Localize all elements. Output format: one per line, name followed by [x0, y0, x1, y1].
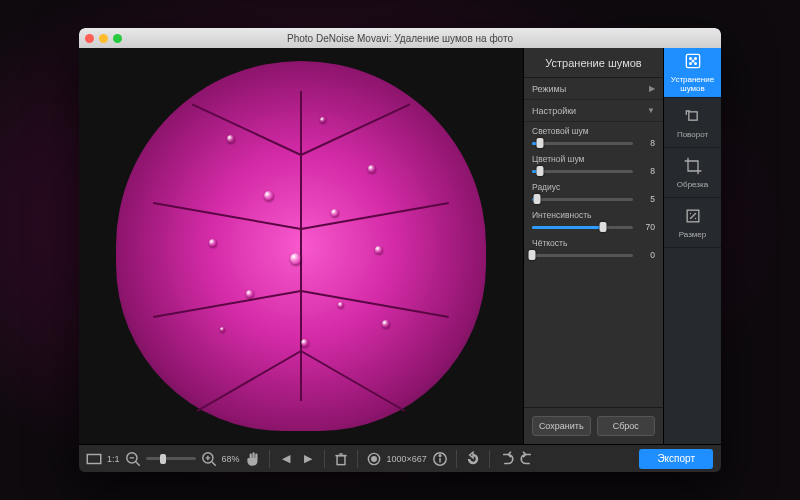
window-title: Photo DeNoise Movavi: Удаление шумов на … — [79, 33, 721, 44]
svg-point-23 — [439, 454, 441, 456]
app-window: Photo DeNoise Movavi: Удаление шумов на … — [79, 28, 721, 472]
tool-tabs: Устранение шумовПоворотОбрезкаРазмер — [663, 48, 721, 444]
sliders-container: Световой шум8Цветной шум8Радиус5Интенсив… — [524, 122, 663, 407]
slider-label: Интенсивность — [532, 210, 655, 220]
zoom-percent: 68% — [222, 454, 240, 464]
revert-icon[interactable] — [464, 450, 482, 468]
svg-line-10 — [135, 461, 139, 465]
crop-icon — [683, 156, 703, 178]
info-icon[interactable] — [431, 450, 449, 468]
svg-point-5 — [692, 60, 694, 62]
slider-label: Радиус — [532, 182, 655, 192]
denoise-icon — [683, 51, 703, 73]
settings-label: Настройки — [532, 106, 576, 116]
zoom-out-icon[interactable] — [124, 450, 142, 468]
tab-rotate[interactable]: Поворот — [664, 98, 721, 148]
titlebar: Photo DeNoise Movavi: Удаление шумов на … — [79, 28, 721, 48]
tab-label: Устранение шумов — [664, 76, 721, 94]
svg-rect-16 — [337, 455, 345, 464]
settings-row[interactable]: Настройки ▼ — [524, 100, 663, 122]
slider-track[interactable] — [532, 142, 633, 145]
reset-button[interactable]: Сброс — [597, 416, 656, 436]
slider-value: 70 — [637, 222, 655, 232]
bottom-toolbar: 1:1 68% ◀ ▶ 1000×667 — [79, 444, 721, 472]
delete-icon[interactable] — [332, 450, 350, 468]
slider-track[interactable] — [532, 170, 633, 173]
slider-3: Интенсивность70 — [532, 210, 655, 232]
panel-title: Устранение шумов — [524, 48, 663, 78]
modes-label: Режимы — [532, 84, 566, 94]
image-canvas[interactable] — [79, 48, 523, 444]
settings-panel: Устранение шумов Режимы ▶ Настройки ▼ Св… — [523, 48, 663, 444]
tab-label: Обрезка — [677, 181, 708, 190]
svg-point-20 — [371, 456, 376, 461]
slider-track[interactable] — [532, 226, 633, 229]
undo-icon[interactable] — [497, 450, 515, 468]
actual-size-button[interactable]: 1:1 — [107, 454, 120, 464]
fit-screen-icon[interactable] — [85, 450, 103, 468]
tab-label: Размер — [679, 231, 707, 240]
preview-image — [116, 61, 486, 431]
export-button[interactable]: Экспорт — [639, 449, 713, 469]
zoom-slider[interactable] — [146, 457, 196, 460]
tab-resize[interactable]: Размер — [664, 198, 721, 248]
redo-icon[interactable] — [519, 450, 537, 468]
slider-1: Цветной шум8 — [532, 154, 655, 176]
chevron-down-icon: ▼ — [647, 106, 655, 115]
svg-point-2 — [694, 58, 696, 60]
chevron-right-icon: ▶ — [649, 84, 655, 93]
slider-value: 0 — [637, 250, 655, 260]
svg-point-3 — [689, 63, 691, 65]
prev-icon[interactable]: ◀ — [277, 450, 295, 468]
compare-icon[interactable] — [365, 450, 383, 468]
modes-row[interactable]: Режимы ▶ — [524, 78, 663, 100]
slider-label: Световой шум — [532, 126, 655, 136]
resize-icon — [683, 206, 703, 228]
hand-tool-icon[interactable] — [244, 450, 262, 468]
zoom-in-icon[interactable] — [200, 450, 218, 468]
svg-rect-8 — [87, 454, 101, 463]
slider-track[interactable] — [532, 254, 633, 257]
slider-2: Радиус5 — [532, 182, 655, 204]
slider-4: Чёткость0 — [532, 238, 655, 260]
slider-track[interactable] — [532, 198, 633, 201]
slider-value: 8 — [637, 138, 655, 148]
svg-line-13 — [211, 461, 215, 465]
slider-label: Чёткость — [532, 238, 655, 248]
image-dimensions: 1000×667 — [387, 454, 427, 464]
rotate-icon — [683, 106, 703, 128]
slider-value: 8 — [637, 166, 655, 176]
svg-point-1 — [689, 58, 691, 60]
svg-rect-6 — [688, 111, 696, 119]
tab-label: Поворот — [677, 131, 708, 140]
svg-point-4 — [694, 63, 696, 65]
slider-0: Световой шум8 — [532, 126, 655, 148]
save-preset-button[interactable]: Сохранить — [532, 416, 591, 436]
slider-value: 5 — [637, 194, 655, 204]
tab-denoise[interactable]: Устранение шумов — [664, 48, 721, 98]
next-icon[interactable]: ▶ — [299, 450, 317, 468]
slider-label: Цветной шум — [532, 154, 655, 164]
tab-crop[interactable]: Обрезка — [664, 148, 721, 198]
